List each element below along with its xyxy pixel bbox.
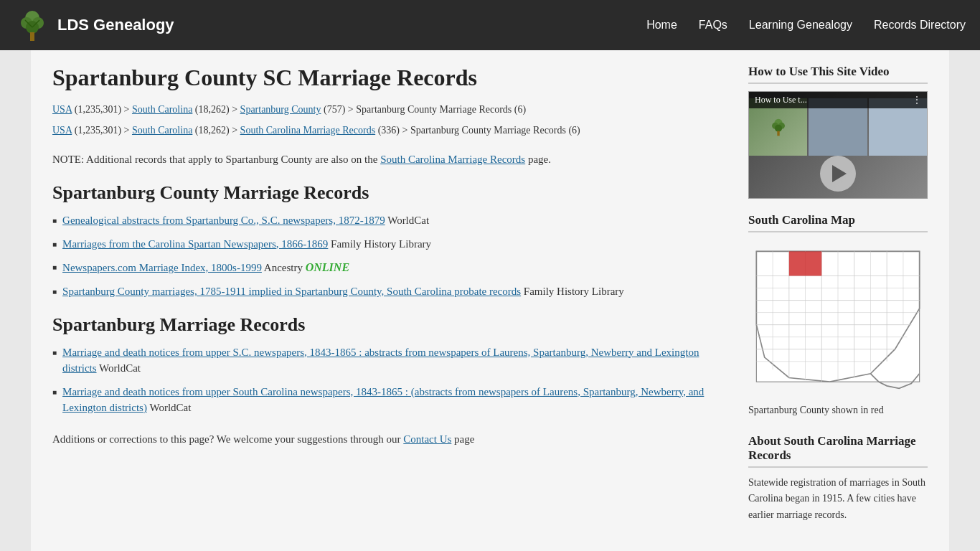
record-link-2[interactable]: Marriages from the Carolina Spartan News… [62,238,328,250]
page-wrapper: Spartanburg County SC Marriage Records U… [31,50,949,551]
list-item: Spartanburg County marriages, 1785-1911 … [52,283,727,300]
video-section: How to Use This Site Video How to Use t.… [748,65,928,199]
record-link-5[interactable]: Marriage and death notices from upper S.… [62,347,699,375]
about-section-title: About South Carolina Marriage Records [748,434,928,468]
breadcrumb-sc-marriage[interactable]: South Carolina Marriage Records [240,125,376,136]
collage-tree-icon [768,117,788,137]
breadcrumb-sc-2[interactable]: South Carolina [132,125,192,136]
contact-us-link[interactable]: Contact Us [403,433,451,445]
sc-map: Spartanburg County shown in red [748,240,928,420]
nav-records[interactable]: Records Directory [874,19,966,32]
additional-records-note: NOTE: Additional records that apply to S… [52,151,727,168]
video-section-title: How to Use This Site Video [748,65,928,84]
breadcrumb-spartanburg[interactable]: Spartanburg County [240,104,321,115]
list-item: Marriage and death notices from upper S.… [52,344,727,377]
list-item: Marriages from the Carolina Spartan News… [52,236,727,253]
breadcrumb-1: USA (1,235,301) > South Carolina (18,262… [52,102,727,117]
sc-state-outline [756,251,919,388]
nav-links: Home FAQs Learning Genealogy Records Dir… [646,19,966,32]
page-title: Spartanburg County SC Marriage Records [52,65,727,91]
svg-rect-11 [777,131,779,136]
list-item: Genealogical abstracts from Spartanburg … [52,212,727,229]
nav-home[interactable]: Home [646,19,677,32]
record-link-1[interactable]: Genealogical abstracts from Spartanburg … [62,215,385,226]
breadcrumb-sc-1[interactable]: South Carolina [132,104,192,115]
logo-tree-icon [14,7,50,43]
about-text: Statewide registration of marriages in S… [748,475,928,523]
breadcrumb-2: USA (1,235,301) > South Carolina (18,262… [52,123,727,138]
records-list-1: Genealogical abstracts from Spartanburg … [52,212,727,300]
section2-heading: Spartanburg Marriage Records [52,314,727,336]
online-badge: ONLINE [306,261,349,273]
sc-map-svg [748,243,928,398]
svg-rect-31 [789,251,821,276]
section1-heading: Spartanburg County Marriage Records [52,182,727,204]
content-area: Spartanburg County SC Marriage Records U… [31,50,949,551]
map-section: South Carolina Map [748,213,928,420]
video-header: How to Use t... ⋮ [749,92,927,108]
record-link-4[interactable]: Spartanburg County marriages, 1785-1911 … [62,286,521,297]
svg-rect-4 [30,32,34,41]
footer-note: Additions or corrections to this page? W… [52,430,727,448]
navigation: LDS Genealogy Home FAQs Learning Genealo… [0,0,980,50]
video-header-text: How to Use t... [755,95,807,105]
logo-text: LDS Genealogy [57,16,174,34]
list-item: Newspapers.com Marriage Index, 1800s-199… [52,259,727,276]
list-item: Marriage and death notices from upper So… [52,384,727,416]
play-triangle-icon [832,165,847,182]
main-content: Spartanburg County SC Marriage Records U… [52,65,748,537]
breadcrumb-usa-1[interactable]: USA [52,104,72,115]
nav-faqs[interactable]: FAQs [699,19,727,32]
records-list-2: Marriage and death notices from upper S.… [52,344,727,416]
map-section-title: South Carolina Map [748,213,928,232]
more-icon: ⋮ [913,95,921,105]
site-logo[interactable]: LDS Genealogy [14,7,174,43]
how-to-use-video[interactable]: How to Use t... ⋮ [748,91,928,199]
record-link-3[interactable]: Newspapers.com Marriage Index, 1800s-199… [62,262,262,273]
breadcrumb-usa-2[interactable]: USA [52,125,72,136]
nav-learning[interactable]: Learning Genealogy [749,19,852,32]
map-caption: Spartanburg County shown in red [748,405,928,416]
svg-point-10 [775,125,782,132]
play-button[interactable] [820,156,856,192]
about-section: About South Carolina Marriage Records St… [748,434,928,523]
sidebar: How to Use This Site Video How to Use t.… [748,65,928,537]
sc-marriage-records-link[interactable]: South Carolina Marriage Records [380,154,525,165]
